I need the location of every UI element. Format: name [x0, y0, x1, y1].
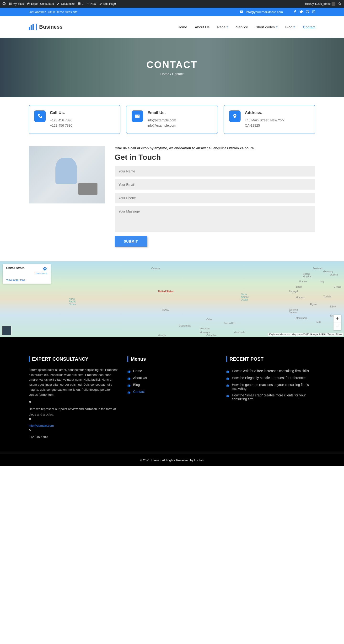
logo-separator: [36, 24, 37, 30]
form-title: Get in Touch: [115, 153, 315, 162]
page-title: CONTACT: [146, 60, 198, 70]
thumbs-up-icon: [127, 384, 131, 387]
email-input[interactable]: [115, 179, 315, 190]
footer-email-link[interactable]: info@domain.com: [29, 424, 54, 428]
google-map[interactable]: United States Directions View larger map…: [0, 261, 344, 337]
my-sites-link[interactable]: My Sites: [9, 2, 24, 6]
chevron-down-icon: [293, 26, 295, 28]
envelope-icon: [29, 418, 32, 420]
footer-menu-item[interactable]: Blog: [127, 382, 216, 388]
new-link[interactable]: New: [86, 2, 96, 6]
tagline: Just another Luzuk Demo Sites site: [29, 10, 78, 14]
thumbs-up-icon: [127, 370, 131, 373]
site-footer: EXPERT CONSULTANCY Lorem ipsum dolor sit…: [0, 337, 344, 452]
phone-input[interactable]: [115, 193, 315, 203]
twitter-icon[interactable]: [300, 10, 303, 14]
svg-rect-3: [312, 10, 315, 13]
map-pin-icon: [29, 401, 32, 404]
footer-heading: Menus: [127, 356, 216, 362]
footer-col-about: EXPERT CONSULTANCY Lorem ipsum dolor sit…: [29, 356, 118, 440]
wp-admin-bar: My Sites Expert Consultant Customize 0 N…: [0, 0, 344, 8]
thumbs-up-icon: [226, 370, 230, 373]
footer-col-menus: Menus Home About Us Blog Contact: [127, 356, 216, 440]
pinterest-icon[interactable]: [306, 10, 309, 14]
map-zoom-controls: + −: [333, 315, 341, 330]
avatar-icon: [331, 2, 335, 6]
footer-heading: RECENT POST: [226, 356, 315, 362]
main-nav: Home About Us Page Service Short codes B…: [178, 25, 315, 29]
copyright-bar: © 2021 Interrio, All Rights Reserved by …: [0, 454, 344, 466]
howdy-link[interactable]: Howdy, luzuk_demo: [305, 2, 335, 6]
comments-link[interactable]: 0: [77, 2, 83, 6]
nav-about[interactable]: About Us: [195, 25, 210, 29]
map-pin-icon: [229, 110, 241, 122]
site-name-link[interactable]: Expert Consultant: [27, 2, 54, 6]
footer-col-recent: RECENT POST How to Ask for a free increa…: [226, 356, 315, 440]
map-attribution: Keyboard shortcuts Map data ©2022 Google…: [268, 333, 343, 336]
nav-contact[interactable]: Contact: [303, 25, 315, 29]
phone-icon: [29, 428, 32, 432]
name-input[interactable]: [115, 166, 315, 176]
hero-banner: CONTACT Home / Contact: [0, 38, 344, 97]
contact-form: Give us a call or drop by anytime, we en…: [115, 146, 315, 247]
contact-section: Give us a call or drop by anytime, we en…: [0, 142, 344, 261]
svg-point-2: [306, 10, 309, 13]
logo-bars-icon: [29, 24, 34, 30]
footer-post-item[interactable]: How the Elegantly handle a request for r…: [226, 374, 315, 382]
wp-logo-icon[interactable]: [3, 2, 6, 6]
logo-text: Business: [39, 24, 63, 30]
main-header: Business Home About Us Page Service Shor…: [0, 16, 344, 38]
footer-menu-item[interactable]: About Us: [127, 374, 216, 382]
footer-menu-item[interactable]: Contact: [127, 388, 216, 395]
form-intro: Give us a call or drop by anytime, we en…: [115, 146, 315, 150]
instagram-icon[interactable]: [312, 10, 315, 14]
nav-blog[interactable]: Blog: [285, 25, 295, 29]
breadcrumb-home[interactable]: Home: [160, 72, 169, 76]
facebook-icon[interactable]: [293, 10, 297, 14]
zoom-in-button[interactable]: +: [333, 315, 341, 322]
nav-page[interactable]: Page: [217, 25, 228, 29]
footer-address: Here we represent our point of view and …: [29, 407, 116, 416]
breadcrumb: Home / Contact: [160, 72, 184, 76]
nav-service[interactable]: Service: [236, 25, 248, 29]
card-title: Address.: [245, 110, 284, 115]
svg-point-1: [339, 2, 341, 4]
footer-heading: EXPERT CONSULTANCY: [29, 356, 118, 362]
footer-text: Lorem ipsum dolor sit amet, consectetur …: [29, 368, 118, 397]
footer-post-item[interactable]: How the "small crap" creates more client…: [226, 392, 315, 402]
contact-image: [29, 146, 105, 204]
nav-shortcodes[interactable]: Short codes: [256, 25, 278, 29]
contact-cards: Call Us. +123 456 7890+123 456 7890 Emai…: [0, 97, 344, 142]
svg-point-4: [313, 11, 314, 12]
envelope-icon: [240, 10, 243, 14]
thumbs-up-icon: [226, 384, 230, 387]
top-bar: Just another Luzuk Demo Sites site info@…: [0, 8, 344, 16]
message-input[interactable]: [115, 206, 315, 232]
breadcrumb-current: Contact: [172, 72, 184, 76]
footer-menu-item[interactable]: Home: [127, 368, 216, 374]
edit-page-link[interactable]: Edit Page: [99, 2, 116, 6]
customize-link[interactable]: Customize: [57, 2, 75, 6]
site-logo[interactable]: Business: [29, 24, 63, 30]
search-icon[interactable]: [338, 2, 341, 6]
chevron-down-icon: [276, 26, 278, 28]
submit-button[interactable]: SUBMIT: [115, 236, 147, 247]
thumbs-up-icon: [127, 376, 131, 380]
card-title: Email Us.: [147, 110, 176, 115]
map-satellite-toggle[interactable]: [2, 326, 12, 335]
chevron-down-icon: [227, 26, 228, 28]
footer-phone: 012 345 6789: [29, 435, 48, 439]
thumbs-up-icon: [226, 394, 230, 397]
zoom-out-button[interactable]: −: [333, 322, 341, 330]
card-email: Email Us. info@example.cominfo@example.c…: [126, 105, 218, 134]
envelope-icon: [132, 110, 143, 122]
card-call: Call Us. +123 456 7890+123 456 7890: [29, 105, 120, 134]
thumbs-up-icon: [226, 376, 230, 380]
footer-post-item[interactable]: How the generate reactions to your consu…: [226, 382, 315, 392]
top-email[interactable]: info@youremailidhere.com: [246, 10, 283, 14]
footer-post-item[interactable]: How to Ask for a free increases consulti…: [226, 368, 315, 374]
card-address: Address. 445 Main Street, New YorkCA-123…: [224, 105, 315, 134]
phone-icon: [34, 110, 46, 122]
nav-home[interactable]: Home: [178, 25, 187, 29]
thumbs-up-icon: [127, 390, 131, 394]
